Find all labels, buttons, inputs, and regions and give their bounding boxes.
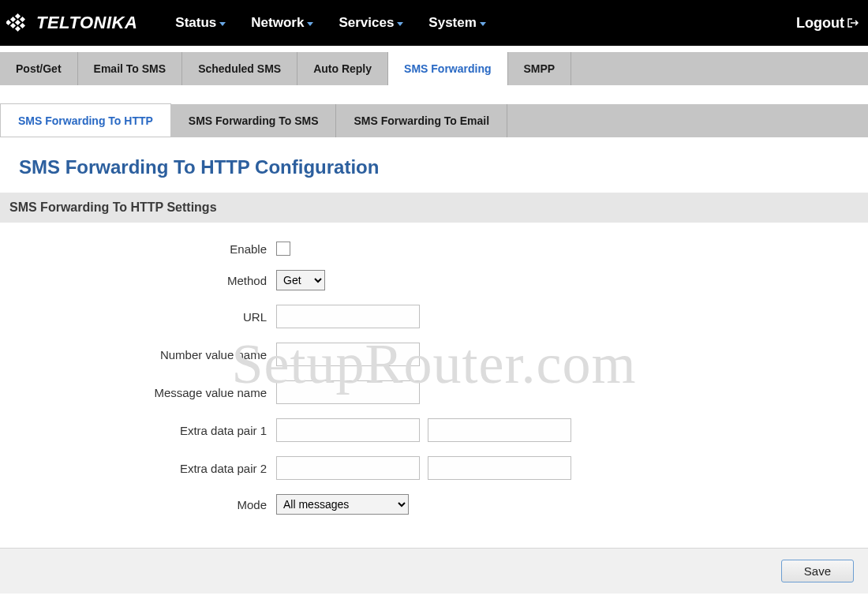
enable-checkbox[interactable] — [276, 242, 290, 256]
svg-rect-4 — [15, 20, 21, 25]
tab-label: SMS Forwarding To Email — [354, 114, 489, 127]
label-extra-pair-2: Extra data pair 2 — [0, 462, 276, 475]
chevron-down-icon — [397, 22, 403, 26]
gap — [0, 85, 868, 104]
tab-label: Scheduled SMS — [198, 62, 281, 75]
url-input[interactable] — [276, 305, 420, 328]
svg-rect-1 — [10, 17, 16, 22]
tab-auto-reply[interactable]: Auto Reply — [297, 52, 388, 85]
svg-rect-5 — [15, 26, 21, 32]
svg-rect-6 — [20, 17, 25, 22]
nav-label: Status — [175, 15, 216, 31]
mode-select[interactable]: All messages — [276, 494, 409, 515]
settings-form: Enable Method Get URL Number value name … — [0, 223, 868, 548]
row-mode: Mode All messages — [0, 494, 868, 515]
nav-label: Network — [251, 15, 304, 31]
nav-item-status[interactable]: Status — [175, 15, 226, 31]
label-method: Method — [0, 274, 276, 287]
subtab-forward-http[interactable]: SMS Forwarding To HTTP — [0, 103, 171, 137]
nav-item-network[interactable]: Network — [251, 15, 313, 31]
row-method: Method Get — [0, 270, 868, 290]
chevron-down-icon — [219, 22, 226, 26]
primary-tabs: Post/Get Email To SMS Scheduled SMS Auto… — [0, 52, 868, 85]
row-extra-pair-2: Extra data pair 2 — [0, 456, 868, 480]
tab-email-to-sms[interactable]: Email To SMS — [78, 52, 183, 85]
label-number-value-name: Number value name — [0, 348, 276, 361]
chevron-down-icon — [307, 22, 313, 26]
brand-name: TELTONIKA — [36, 13, 137, 33]
save-button[interactable]: Save — [781, 560, 854, 582]
row-number-value-name: Number value name — [0, 343, 868, 366]
row-extra-pair-1: Extra data pair 1 — [0, 418, 868, 442]
nav-item-system[interactable]: System — [428, 15, 485, 31]
logo-icon — [6, 13, 33, 33]
section-header: SMS Forwarding To HTTP Settings — [0, 193, 868, 223]
extra-pair-2-value-input[interactable] — [428, 456, 571, 480]
message-value-name-input[interactable] — [276, 380, 420, 404]
extra-pair-1-key-input[interactable] — [276, 418, 420, 442]
nav-label: System — [428, 15, 476, 31]
tab-label: SMS Forwarding — [404, 62, 491, 75]
tab-label: SMS Forwarding To SMS — [189, 114, 319, 127]
label-message-value-name: Message value name — [0, 386, 276, 399]
page-title: SMS Forwarding To HTTP Configuration — [0, 137, 868, 193]
logout-label: Logout — [796, 15, 844, 32]
tab-sms-forwarding[interactable]: SMS Forwarding — [388, 52, 507, 85]
subtab-forward-sms[interactable]: SMS Forwarding To SMS — [171, 104, 337, 137]
row-url: URL — [0, 305, 868, 328]
tab-label: Auto Reply — [313, 62, 372, 75]
tab-post-get[interactable]: Post/Get — [0, 52, 78, 85]
logout-button[interactable]: Logout — [796, 15, 862, 32]
label-enable: Enable — [0, 242, 276, 256]
extra-pair-1-value-input[interactable] — [428, 418, 571, 442]
logout-icon — [847, 17, 859, 28]
label-mode: Mode — [0, 498, 276, 511]
tab-label: SMPP — [524, 62, 556, 75]
top-nav: TELTONIKA Status Network Services System… — [0, 0, 868, 46]
tab-label: Email To SMS — [94, 62, 166, 75]
tab-label: Post/Get — [16, 62, 62, 75]
svg-rect-0 — [6, 20, 11, 25]
brand-logo: TELTONIKA — [6, 13, 137, 33]
label-extra-pair-1: Extra data pair 1 — [0, 424, 276, 437]
tab-smpp[interactable]: SMPP — [508, 52, 572, 85]
svg-rect-3 — [15, 13, 21, 19]
method-select[interactable]: Get — [276, 270, 325, 290]
row-message-value-name: Message value name — [0, 380, 868, 404]
svg-rect-2 — [10, 23, 16, 28]
nav-item-services[interactable]: Services — [339, 15, 403, 31]
gap — [0, 46, 868, 52]
subtab-forward-email[interactable]: SMS Forwarding To Email — [336, 104, 507, 137]
footer: Save — [0, 548, 868, 594]
number-value-name-input[interactable] — [276, 343, 420, 366]
row-enable: Enable — [0, 242, 868, 256]
extra-pair-2-key-input[interactable] — [276, 456, 420, 480]
tab-label: SMS Forwarding To HTTP — [18, 114, 153, 127]
secondary-tabs: SMS Forwarding To HTTP SMS Forwarding To… — [0, 104, 868, 137]
nav-label: Services — [339, 15, 394, 31]
tab-scheduled-sms[interactable]: Scheduled SMS — [182, 52, 297, 85]
chevron-down-icon — [480, 22, 486, 26]
svg-rect-7 — [20, 23, 25, 28]
label-url: URL — [0, 310, 276, 324]
nav-menu: Status Network Services System — [175, 15, 485, 31]
